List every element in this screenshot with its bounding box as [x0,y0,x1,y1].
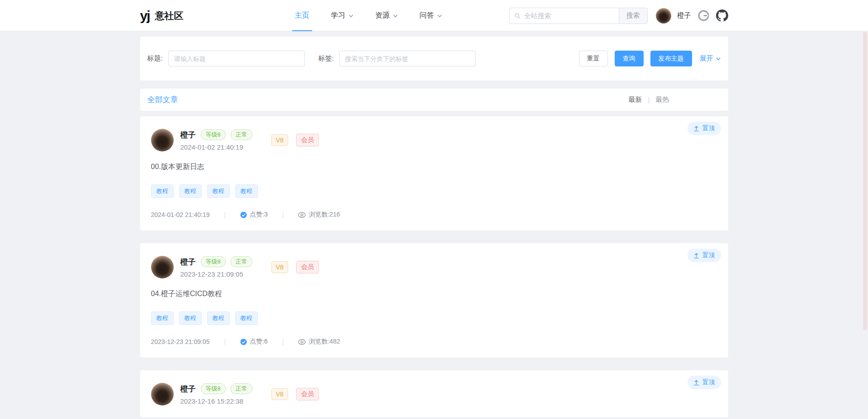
sort-divider: | [648,96,650,104]
pin-label: 置顶 [702,251,715,259]
post-datetime: 2023-12-23 21:09:05 [180,270,252,278]
vip-badge: V8 [271,388,288,400]
author-avatar[interactable] [151,383,174,405]
tag-filter-label: 标签: [318,54,334,63]
site-title: 意社区 [155,9,184,22]
search-icon [514,12,521,19]
level-badge: 等级8 [201,383,226,394]
filter-actions: 重置 查询 发布主题 展开 [579,51,721,66]
views-label: 浏览数:216 [308,211,340,219]
expand-label: 展开 [700,54,713,63]
query-button[interactable]: 查询 [615,51,644,66]
search-input[interactable] [524,12,614,19]
views-label: 浏览数:482 [308,338,340,346]
tag[interactable]: 教程 [207,184,230,198]
search-button[interactable]: 搜索 [619,8,648,24]
tag[interactable]: 教程 [235,311,258,325]
nav-learn-label: 学习 [331,11,346,20]
author-info: 橙子 等级8 正常 2024-01-02 21:40:19 [180,129,252,151]
views-stat: 浏览数:482 [298,338,340,346]
site-logo[interactable]: yj 意社区 [140,9,184,23]
chevron-down-icon [716,56,721,61]
author-row: 橙子 等级8 正常 2023-12-23 21:09:05 V8 会员 [151,256,717,278]
nav-item-qa[interactable]: 问答 [420,0,442,31]
tag[interactable]: 教程 [151,311,174,325]
meta-divider: | [224,211,226,218]
page-scrollbar[interactable] [863,32,867,330]
title-filter-group: 标题: [147,51,305,66]
meta-row: 2024-01-02 21:40:19 | 点赞:3 | 浏览数:216 [151,211,717,219]
search-input-box [509,8,619,24]
author-name[interactable]: 橙子 [180,384,196,394]
like-check-icon [240,212,247,218]
nav-qa-label: 问答 [420,11,434,20]
tag[interactable]: 教程 [151,184,174,198]
author-avatar[interactable] [151,256,174,278]
all-articles-link[interactable]: 全部文章 [147,94,178,105]
author-avatar[interactable] [151,129,174,151]
tags-row: 教程 教程 教程 教程 [151,311,717,325]
reset-button[interactable]: 重置 [579,51,608,66]
author-name[interactable]: 橙子 [180,130,196,140]
article-card: 置顶 橙子 等级8 正常 2023-12-23 21:09:05 V8 会员 0… [140,243,728,358]
post-datetime: 2024-01-02 21:40:19 [180,143,252,151]
pin-button[interactable]: 置顶 [688,376,721,389]
sort-hottest[interactable]: 最热 [656,95,669,104]
member-badge: 会员 [296,261,319,273]
tag[interactable]: 教程 [179,311,202,325]
status-badge: 正常 [231,256,252,267]
user-avatar[interactable] [656,8,671,24]
title-filter-label: 标题: [147,54,163,63]
meta-divider: | [282,338,284,345]
nav-item-home[interactable]: 主页 [295,0,309,31]
level-badge: 等级8 [201,129,226,140]
like-check-icon [240,339,247,345]
main-nav: 主页 学习 资源 问答 [295,0,442,31]
filter-panel: 标题: 标签: 重置 查询 发布主题 展开 [140,37,728,80]
logo-icon: yj [140,9,150,23]
author-name[interactable]: 橙子 [180,257,196,267]
nav-item-resources[interactable]: 资源 [375,0,398,31]
meta-date: 2024-01-02 21:40:19 [151,211,210,218]
author-info: 橙子 等级8 正常 2023-12-16 15:22:38 [180,383,252,405]
tag-filter-input[interactable] [339,51,476,66]
top-navigation-bar: yj 意社区 主页 学习 资源 问答 [0,0,868,31]
meta-divider: | [224,338,226,345]
article-card: 置顶 橙子 等级8 正常 2023-12-16 15:22:38 V8 会员 [140,370,728,417]
user-name[interactable]: 橙子 [678,11,691,20]
nav-item-learn[interactable]: 学习 [331,0,354,31]
sort-newest[interactable]: 最新 [629,95,642,104]
title-filter-input[interactable] [168,51,305,66]
publish-topic-button[interactable]: 发布主题 [650,51,692,66]
eye-icon [298,212,306,218]
tag[interactable]: 教程 [207,311,230,325]
status-badge: 正常 [231,129,252,140]
article-title[interactable]: 04.橙子运维CICD教程 [151,289,717,299]
chevron-down-icon [393,13,398,19]
vip-badge: V8 [271,134,288,146]
author-info: 橙子 等级8 正常 2023-12-23 21:09:05 [180,256,252,278]
pin-button[interactable]: 置顶 [688,249,721,262]
nav-resources-label: 资源 [375,11,390,20]
author-row: 橙子 等级8 正常 2023-12-16 15:22:38 V8 会员 [151,383,717,405]
chevron-down-icon [348,13,354,19]
status-badge: 正常 [231,383,252,394]
tag[interactable]: 教程 [235,184,258,198]
gitee-icon[interactable] [697,9,710,22]
article-title[interactable]: 00.版本更新日志 [151,162,717,172]
pin-label: 置顶 [702,378,715,386]
pin-up-icon [693,380,699,386]
views-stat: 浏览数:216 [298,211,340,219]
meta-divider: | [282,211,284,218]
pin-up-icon [693,126,699,132]
tag[interactable]: 教程 [179,184,202,198]
level-badge: 等级8 [201,256,226,267]
expand-toggle[interactable]: 展开 [700,54,721,63]
user-area: 橙子 [656,8,728,24]
github-icon[interactable] [716,9,728,22]
pin-button[interactable]: 置顶 [688,122,721,135]
likes-label: 点赞:6 [250,338,268,346]
nav-home-label: 主页 [295,11,309,20]
meta-date: 2023-12-23 21:09:05 [151,338,210,345]
post-datetime: 2023-12-16 15:22:38 [180,397,252,405]
